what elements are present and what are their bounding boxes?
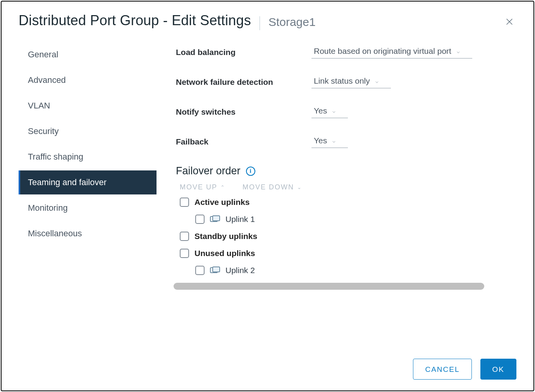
title-divider [260,16,260,30]
group-active-uplinks[interactable]: Active uplinks [180,198,516,207]
select-failure-detection[interactable]: Link status only ⌵ [311,76,391,88]
label-failure-detection: Network failure detection [176,77,311,87]
group-label: Active uplinks [194,198,249,207]
svg-rect-3 [213,216,220,221]
row-load-balancing: Load balancing Route based on originatin… [176,46,516,58]
cancel-button[interactable]: CANCEL [413,359,471,380]
move-up-label: MOVE UP [180,183,217,191]
edit-settings-modal: Distributed Port Group - Edit Settings S… [1,1,534,391]
modal-header: Distributed Port Group - Edit Settings S… [2,2,533,30]
uplink-label: Uplink 2 [225,266,255,275]
chevron-down-icon: ⌵ [332,138,335,144]
button-label: OK [492,365,504,373]
move-down-label: MOVE DOWN [243,183,294,191]
label-failback: Failback [176,137,311,146]
settings-sidebar: General Advanced VLAN Security Traffic s… [19,39,157,290]
checkbox[interactable] [180,232,189,241]
sidebar-item-teaming-failover[interactable]: Teaming and failover [19,170,157,194]
sidebar-item-label: Advanced [28,75,66,85]
uplink-item[interactable]: Uplink 2 [180,266,516,275]
uplink-icon [210,215,220,223]
chevron-up-icon: ⌃ [220,184,225,190]
sidebar-item-traffic-shaping[interactable]: Traffic shaping [19,145,157,169]
failover-order-heading: Failover order i [176,165,516,177]
sidebar-item-advanced[interactable]: Advanced [19,68,157,92]
checkbox[interactable] [180,198,189,207]
failover-order-tree: Active uplinks Uplink 1 Standby uplinks … [176,198,516,275]
sidebar-item-label: Monitoring [28,203,68,213]
checkbox[interactable] [195,266,205,275]
sidebar-item-miscellaneous[interactable]: Miscellaneous [19,222,157,246]
modal-footer: CANCEL OK [413,359,516,380]
uplink-label: Uplink 1 [225,215,255,224]
chevron-down-icon: ⌵ [457,48,460,54]
teaming-failover-panel: Load balancing Route based on originatin… [157,39,516,290]
label-notify-switches: Notify switches [176,107,311,117]
label-load-balancing: Load balancing [176,48,311,57]
select-value: Yes [314,136,327,145]
sidebar-item-label: Security [28,126,58,136]
checkbox[interactable] [195,215,205,224]
sidebar-item-label: Traffic shaping [28,152,83,162]
section-title: Failover order [176,165,241,177]
modal-body: General Advanced VLAN Security Traffic s… [2,30,533,290]
button-label: CANCEL [425,365,459,373]
ok-button[interactable]: OK [480,359,516,380]
horizontal-scrollbar[interactable] [174,283,484,290]
select-failback[interactable]: Yes ⌵ [311,135,348,148]
close-icon[interactable] [503,15,516,28]
group-unused-uplinks[interactable]: Unused uplinks [180,249,516,258]
row-failure-detection: Network failure detection Link status on… [176,76,516,88]
select-notify-switches[interactable]: Yes ⌵ [311,105,348,118]
sidebar-item-label: Miscellaneous [28,229,82,238]
group-label: Unused uplinks [194,249,255,258]
select-value: Yes [314,106,327,115]
uplink-item[interactable]: Uplink 1 [180,215,516,224]
chevron-down-icon: ⌵ [332,108,335,114]
info-icon[interactable]: i [246,167,255,176]
sidebar-item-general[interactable]: General [19,43,157,67]
object-context-name: Storage1 [268,15,316,29]
row-failback: Failback Yes ⌵ [176,135,516,148]
svg-rect-5 [213,267,220,272]
sidebar-item-label: General [28,50,58,59]
checkbox[interactable] [180,249,189,258]
move-down-button[interactable]: MOVE DOWN ⌄ [243,183,302,191]
group-standby-uplinks[interactable]: Standby uplinks [180,232,516,241]
sidebar-item-security[interactable]: Security [19,119,157,143]
title-block: Distributed Port Group - Edit Settings [19,12,251,29]
select-load-balancing[interactable]: Route based on originating virtual port … [311,46,472,58]
sidebar-item-label: VLAN [28,101,50,110]
row-notify-switches: Notify switches Yes ⌵ [176,105,516,118]
chevron-down-icon: ⌄ [297,184,302,190]
sidebar-item-label: Teaming and failover [28,177,107,187]
modal-title: Distributed Port Group - Edit Settings [19,12,251,29]
sidebar-item-vlan[interactable]: VLAN [19,94,157,118]
sidebar-item-monitoring[interactable]: Monitoring [19,196,157,220]
group-label: Standby uplinks [194,232,257,241]
uplink-icon [210,266,220,274]
move-controls: MOVE UP ⌃ MOVE DOWN ⌄ [176,183,516,191]
select-value: Route based on originating virtual port [314,46,451,56]
chevron-down-icon: ⌵ [375,78,378,84]
select-value: Link status only [314,76,370,86]
move-up-button[interactable]: MOVE UP ⌃ [180,183,225,191]
